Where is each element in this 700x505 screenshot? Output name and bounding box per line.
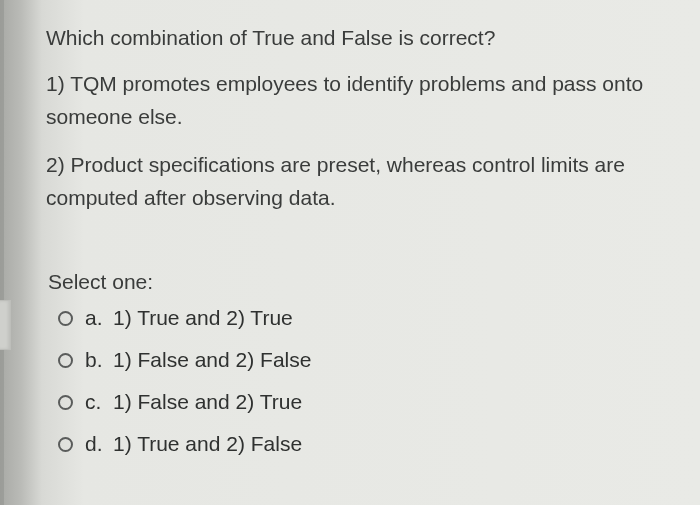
option-text: 1) True and 2) False bbox=[113, 432, 302, 456]
radio-icon[interactable] bbox=[58, 311, 73, 326]
option-letter: b. bbox=[85, 348, 113, 372]
option-c[interactable]: c. 1) False and 2) True bbox=[58, 390, 686, 414]
option-text: 1) False and 2) False bbox=[113, 348, 311, 372]
radio-icon[interactable] bbox=[58, 395, 73, 410]
option-a[interactable]: a. 1) True and 2) True bbox=[58, 306, 686, 330]
options-group: a. 1) True and 2) True b. 1) False and 2… bbox=[46, 306, 686, 456]
option-b[interactable]: b. 1) False and 2) False bbox=[58, 348, 686, 372]
radio-icon[interactable] bbox=[58, 437, 73, 452]
option-text: 1) True and 2) True bbox=[113, 306, 293, 330]
option-text: 1) False and 2) True bbox=[113, 390, 302, 414]
statement-2: 2) Product specifications are preset, wh… bbox=[46, 149, 686, 214]
page-left-shadow bbox=[0, 0, 4, 505]
statement-1: 1) TQM promotes employees to identify pr… bbox=[46, 68, 686, 133]
option-letter: a. bbox=[85, 306, 113, 330]
option-letter: d. bbox=[85, 432, 113, 456]
radio-icon[interactable] bbox=[58, 353, 73, 368]
question-sheet: Which combination of True and False is c… bbox=[22, 0, 700, 505]
select-one-label: Select one: bbox=[46, 270, 686, 294]
option-d[interactable]: d. 1) True and 2) False bbox=[58, 432, 686, 456]
option-letter: c. bbox=[85, 390, 113, 414]
question-title: Which combination of True and False is c… bbox=[46, 26, 686, 50]
page-binding-notch bbox=[0, 300, 11, 350]
